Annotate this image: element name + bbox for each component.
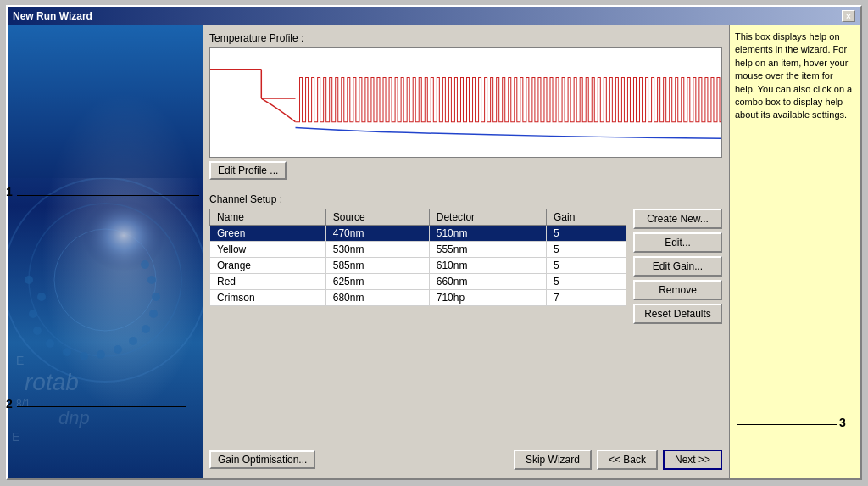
- next-button[interactable]: Next >>: [663, 450, 722, 470]
- svg-point-15: [152, 293, 160, 301]
- svg-point-10: [97, 350, 105, 359]
- help-text: This box displays help on elements in th…: [735, 31, 852, 120]
- label-3: 3: [839, 416, 846, 429]
- svg-point-14: [149, 310, 158, 318]
- channel-buttons-panel: Create New... Edit... Edit Gain... Remov…: [633, 209, 722, 324]
- channel-table-area: Name Source Detector Gain Green470nm510n…: [209, 209, 722, 324]
- label-1: 1: [6, 185, 13, 198]
- title-bar: New Run Wizard ×: [8, 7, 860, 25]
- svg-point-12: [129, 337, 137, 345]
- svg-text:E: E: [16, 354, 24, 367]
- label-2: 2: [6, 397, 13, 411]
- svg-point-8: [63, 348, 71, 356]
- svg-point-13: [142, 325, 150, 333]
- main-window: New Run Wizard ×: [6, 5, 862, 480]
- arrow-line-3: [737, 424, 837, 425]
- svg-point-16: [147, 276, 156, 284]
- back-button[interactable]: << Back: [597, 450, 658, 470]
- nav-buttons: Skip Wizard << Back Next >>: [514, 450, 722, 470]
- col-header-name: Name: [210, 209, 326, 226]
- svg-text:dnp: dnp: [58, 407, 90, 428]
- col-header-gain: Gain: [547, 209, 626, 226]
- main-panel: Temperature Profile :: [203, 25, 729, 478]
- table-row[interactable]: Red625nm660nm5: [210, 274, 626, 290]
- table-row[interactable]: Orange585nm610nm5: [210, 258, 626, 274]
- temperature-chart: [209, 47, 722, 158]
- create-new-button[interactable]: Create New...: [633, 209, 722, 229]
- svg-point-4: [37, 293, 46, 301]
- help-panel: This box displays help on elements in th…: [729, 25, 860, 478]
- reset-defaults-button[interactable]: Reset Defaults: [633, 304, 722, 324]
- svg-rect-24: [8, 25, 203, 178]
- table-row[interactable]: Crimson680nm710hp7: [210, 290, 626, 306]
- channel-setup-label: Channel Setup :: [209, 193, 722, 205]
- edit-button[interactable]: Edit...: [633, 232, 722, 253]
- channel-setup-section: Channel Setup : Name Source Detector Gai…: [209, 193, 722, 441]
- col-header-detector: Detector: [429, 209, 546, 226]
- arrow-line-2: [17, 406, 186, 407]
- svg-text:E: E: [12, 430, 19, 444]
- svg-point-7: [46, 339, 54, 348]
- window-content: rotab dnp E 8/1 E Temperature Profi: [8, 25, 860, 478]
- temperature-profile-label: Temperature Profile :: [209, 32, 722, 44]
- temperature-profile-section: Temperature Profile :: [209, 32, 722, 187]
- left-panel-decoration: rotab dnp E 8/1 E: [8, 25, 203, 478]
- left-panel: rotab dnp E 8/1 E: [8, 25, 203, 478]
- svg-point-17: [141, 260, 149, 269]
- svg-point-18: [25, 276, 33, 284]
- svg-point-5: [29, 310, 37, 318]
- svg-point-9: [80, 352, 88, 360]
- edit-gain-button[interactable]: Edit Gain...: [633, 256, 722, 277]
- arrow-line-1: [17, 195, 199, 196]
- col-header-source: Source: [326, 209, 429, 226]
- svg-point-6: [33, 327, 42, 335]
- svg-point-11: [114, 345, 122, 354]
- svg-point-3: [58, 187, 177, 288]
- gain-optimisation-button[interactable]: Gain Optimisation...: [209, 450, 315, 469]
- edit-profile-button[interactable]: Edit Profile ...: [209, 161, 287, 180]
- table-row[interactable]: Yellow530nm555nm5: [210, 242, 626, 258]
- bottom-bar: Gain Optimisation... Skip Wizard << Back…: [209, 444, 722, 472]
- skip-wizard-button[interactable]: Skip Wizard: [514, 450, 592, 470]
- svg-text:rotab: rotab: [25, 369, 79, 395]
- channel-table: Name Source Detector Gain Green470nm510n…: [209, 209, 626, 306]
- svg-text:8/1: 8/1: [16, 398, 31, 410]
- remove-button[interactable]: Remove: [633, 280, 722, 300]
- close-button[interactable]: ×: [842, 10, 855, 22]
- svg-rect-25: [210, 48, 721, 157]
- table-row[interactable]: Green470nm510nm5: [210, 226, 626, 242]
- window-title: New Run Wizard: [13, 10, 92, 22]
